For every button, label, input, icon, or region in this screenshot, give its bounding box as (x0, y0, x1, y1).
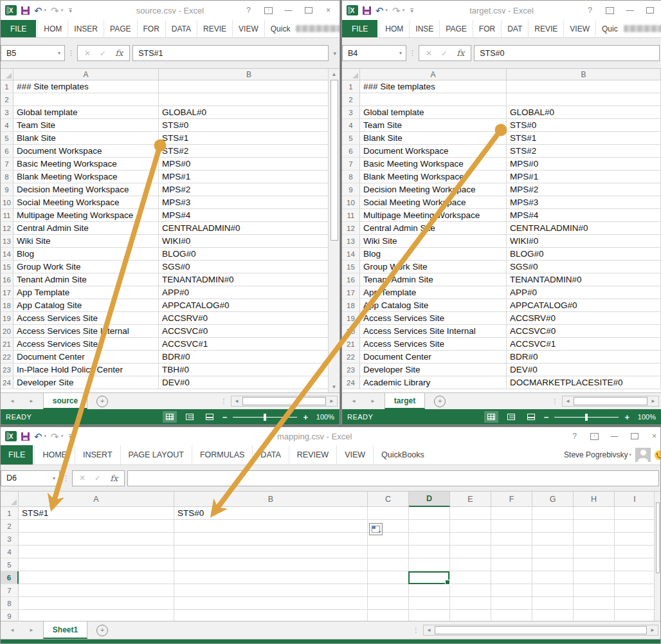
name-box-dropdown-icon[interactable]: ▾ (58, 50, 64, 56)
user-dropdown-icon[interactable]: ▾ (629, 452, 631, 457)
row-number[interactable]: 5 (342, 132, 360, 145)
formula-bar[interactable] (127, 470, 659, 486)
qat-customize-icon[interactable]: ▾ (69, 8, 72, 13)
cell[interactable]: STS#0 (507, 119, 661, 132)
row-number[interactable]: 1 (1, 80, 14, 93)
row-number[interactable]: 5 (1, 558, 19, 571)
cell[interactable]: MPS#1 (159, 170, 340, 183)
cell[interactable]: MPS#2 (159, 183, 340, 196)
row-number[interactable]: 20 (342, 325, 360, 338)
cell[interactable]: ### Site templates (14, 80, 159, 93)
cell[interactable] (574, 571, 615, 584)
save-icon[interactable] (21, 432, 30, 441)
cell[interactable]: BDR#0 (507, 351, 661, 363)
row-number[interactable]: 11 (1, 209, 14, 222)
zoom-slider-thumb[interactable] (585, 414, 588, 421)
cell[interactable] (507, 80, 661, 93)
cell[interactable]: ACCSRV#0 (507, 312, 661, 325)
cell[interactable] (615, 610, 655, 621)
row-number[interactable]: 23 (342, 363, 360, 376)
row-number[interactable]: 22 (342, 351, 360, 363)
add-sheet-icon[interactable]: + (434, 396, 446, 407)
insert-function-icon[interactable]: fx (457, 48, 464, 58)
row-number[interactable]: 1 (1, 507, 19, 520)
cell[interactable] (368, 558, 409, 571)
cell[interactable] (574, 546, 615, 558)
add-sheet-icon[interactable]: + (96, 396, 108, 407)
cell[interactable]: Group Work Site (360, 261, 507, 273)
row-number[interactable]: 9 (1, 610, 19, 621)
column-header[interactable]: A (19, 492, 174, 507)
excel-app-icon[interactable]: X (5, 5, 17, 15)
cell[interactable]: Basic Meeting Workspace (360, 158, 507, 170)
formula-bar-expand-icon[interactable]: ▾ (331, 50, 338, 57)
cell[interactable] (159, 80, 340, 93)
cell[interactable] (409, 584, 450, 597)
prev-sheet-icon[interactable]: ◄ (351, 398, 356, 404)
column-header[interactable]: H (574, 492, 615, 507)
cell[interactable] (368, 546, 409, 558)
cell[interactable]: Document Workspace (360, 145, 507, 158)
cancel-icon[interactable]: ✕ (426, 49, 432, 58)
help-icon[interactable]: ? (566, 430, 583, 443)
cell[interactable] (409, 558, 450, 571)
user-avatar-icon[interactable] (635, 448, 651, 462)
row-number[interactable]: 8 (1, 597, 19, 610)
row-number[interactable]: 15 (1, 261, 14, 273)
cell[interactable]: Social Meeting Workspace (360, 196, 507, 209)
cell[interactable]: Blank Site (360, 132, 507, 145)
ribbon-tab-quickbooks[interactable]: QuickBooks (373, 445, 432, 465)
row-number[interactable]: 7 (1, 584, 19, 597)
row-number[interactable]: 18 (342, 299, 360, 312)
sheet-tab-sheet1[interactable]: Sheet1 (43, 621, 87, 639)
column-header[interactable]: E (450, 492, 491, 507)
cell[interactable] (532, 546, 574, 558)
cell[interactable]: STS#1 (507, 132, 661, 145)
normal-view-icon[interactable] (484, 411, 498, 423)
cancel-icon[interactable]: ✕ (79, 474, 86, 483)
ribbon-tab-page[interactable]: PAGE (439, 20, 472, 37)
cell[interactable] (368, 571, 409, 584)
cell[interactable]: Team Site (360, 119, 507, 132)
cell[interactable]: SGS#0 (159, 261, 340, 273)
cell[interactable]: WIKI#0 (159, 235, 340, 248)
ribbon-tab-dat[interactable]: DAT (501, 20, 528, 37)
row-number[interactable]: 2 (1, 93, 14, 106)
cell[interactable] (19, 610, 174, 621)
cell[interactable] (532, 610, 574, 621)
cell[interactable] (574, 597, 615, 610)
ribbon-tab-data[interactable]: DATA (252, 445, 288, 465)
cell[interactable]: In-Place Hold Policy Center (14, 363, 159, 376)
cell[interactable]: BLOG#0 (507, 248, 661, 261)
scrollbar-thumb[interactable] (242, 397, 326, 405)
ribbon-tab-file[interactable]: FILE (1, 20, 36, 37)
cell[interactable] (409, 610, 450, 621)
cell[interactable]: STS#0 (174, 507, 368, 520)
next-sheet-icon[interactable]: ► (29, 398, 34, 404)
cell[interactable] (532, 571, 574, 584)
ribbon-tab-quick[interactable]: Quick (264, 20, 296, 37)
cell[interactable]: Blank Meeting Workspace (360, 170, 507, 183)
cell[interactable]: Team Site (14, 119, 159, 132)
cell[interactable] (574, 610, 615, 621)
cell[interactable]: ACCSVC#0 (159, 325, 340, 338)
cell[interactable] (615, 584, 655, 597)
formula-bar[interactable]: STS#0 (474, 45, 660, 61)
row-number[interactable]: 4 (1, 546, 19, 558)
cell[interactable] (159, 93, 340, 106)
cell[interactable] (615, 597, 655, 610)
cell[interactable]: ACCSVC#1 (159, 338, 340, 351)
cell[interactable] (409, 597, 450, 610)
row-number[interactable]: 8 (1, 170, 14, 183)
name-box-dropdown-icon[interactable]: ▾ (399, 50, 406, 56)
cell[interactable]: APPCATALOG#0 (159, 299, 340, 312)
minimize-icon[interactable]: — (606, 430, 623, 443)
column-header[interactable]: A (360, 69, 507, 80)
cell[interactable] (368, 507, 409, 520)
ribbon-tab-for[interactable]: FOR (137, 20, 165, 37)
name-box[interactable]: B5▾ (1, 45, 65, 61)
zoom-level[interactable]: 100% (635, 413, 656, 421)
row-number[interactable]: 24 (342, 376, 360, 389)
enter-icon[interactable]: ✓ (441, 49, 448, 58)
cell[interactable] (450, 520, 491, 533)
